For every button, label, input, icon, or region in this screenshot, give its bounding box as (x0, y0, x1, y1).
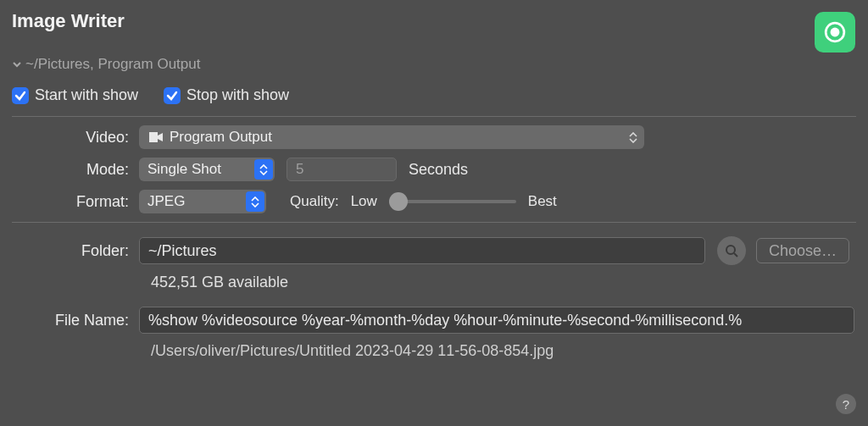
slider-thumb[interactable] (389, 192, 408, 211)
video-source-icon (147, 130, 164, 144)
chevron-down-icon (12, 59, 22, 69)
filename-field[interactable]: %show %videosource %year-%month-%day %ho… (139, 307, 854, 334)
check-icon (14, 90, 26, 102)
svg-line-3 (734, 253, 737, 257)
mode-select[interactable]: Single Shot (139, 158, 275, 181)
format-select[interactable]: JPEG (139, 190, 266, 213)
start-with-show-checkbox[interactable]: Start with show (12, 86, 138, 104)
video-select[interactable]: Program Output (139, 125, 644, 149)
subtitle-text: ~/Pictures, Program Output (25, 56, 200, 73)
checkbox-box (164, 87, 181, 104)
stop-with-show-label: Stop with show (186, 86, 289, 104)
format-value: JPEG (147, 193, 185, 210)
search-icon (725, 244, 738, 257)
interval-field[interactable]: 5 (287, 158, 397, 181)
filename-label: File Name: (12, 312, 139, 329)
select-arrows-icon (246, 191, 264, 212)
start-with-show-label: Start with show (35, 86, 138, 104)
record-status-button[interactable] (815, 12, 855, 53)
checkbox-box (12, 87, 29, 104)
svg-point-1 (831, 28, 840, 37)
folder-label: Folder: (12, 242, 139, 260)
video-value: Program Output (170, 129, 272, 146)
video-label: Video: (12, 129, 139, 147)
mode-label: Mode: (12, 161, 139, 179)
select-arrows-icon (254, 159, 273, 180)
folder-field[interactable]: ~/Pictures (139, 237, 705, 264)
format-label: Format: (12, 193, 139, 211)
select-arrows-icon (624, 127, 643, 147)
choose-button[interactable]: Choose… (756, 238, 849, 263)
reveal-button[interactable] (717, 236, 746, 265)
quality-low-label: Low (351, 193, 377, 210)
disk-available: 452,51 GB available (12, 274, 856, 291)
quality-slider[interactable] (389, 200, 516, 203)
seconds-label: Seconds (409, 161, 468, 179)
filename-preview: /Users/oliver/Pictures/Untitled 2023-04-… (12, 342, 856, 360)
mode-value: Single Shot (147, 161, 221, 178)
panel-title: Image Writer (12, 10, 125, 32)
quality-label: Quality: (290, 193, 339, 210)
stop-with-show-checkbox[interactable]: Stop with show (164, 86, 289, 104)
record-icon (824, 21, 846, 43)
subtitle-row[interactable]: ~/Pictures, Program Output (0, 56, 868, 81)
quality-best-label: Best (528, 193, 557, 210)
svg-point-2 (726, 246, 735, 254)
check-icon (166, 90, 178, 102)
help-button[interactable]: ? (836, 394, 856, 414)
